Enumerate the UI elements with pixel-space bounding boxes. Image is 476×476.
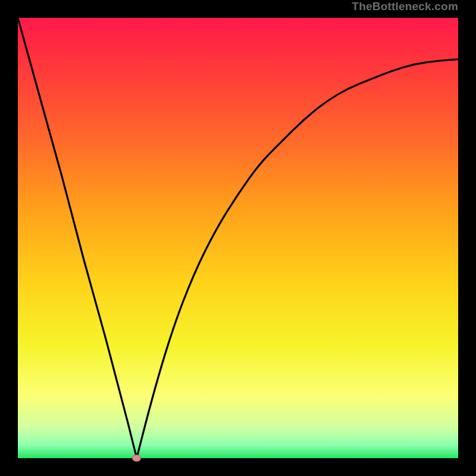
bottleneck-marker xyxy=(132,455,141,462)
chart-container: TheBottleneck.com xyxy=(0,0,476,476)
watermark-label: TheBottleneck.com xyxy=(352,0,458,13)
chart-gradient-background xyxy=(18,18,458,458)
